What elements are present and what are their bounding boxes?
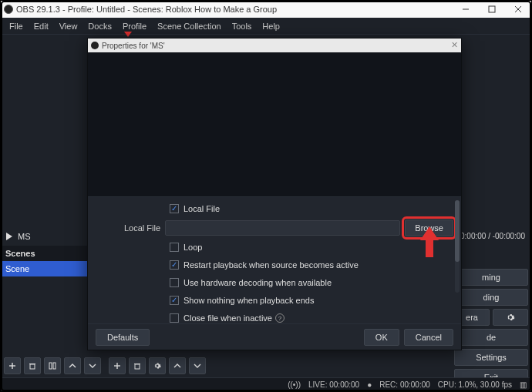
trash-icon: [29, 362, 36, 370]
cancel-button[interactable]: Cancel: [404, 329, 453, 346]
right-btn-settings[interactable]: Settings: [454, 349, 528, 366]
svg-rect-1: [489, 6, 495, 12]
local-file-checkbox-label: Local File: [184, 204, 220, 213]
close-inactive-checkbox[interactable]: Close file when inactive?: [170, 313, 285, 323]
chevron-down-icon: [89, 362, 96, 370]
status-cpu: CPU: 1.0%, 30.00 fps: [438, 380, 512, 389]
trash-icon: [133, 362, 141, 370]
gear-icon: [153, 362, 161, 370]
media-time-label: 00:00:00 / -00:00:00: [456, 232, 525, 240]
ok-button[interactable]: OK: [364, 329, 399, 346]
cancel-label: Cancel: [416, 333, 442, 342]
obs-logo-icon: [91, 42, 99, 49]
dialog-preview-area: [88, 52, 461, 197]
plus-icon: [8, 362, 16, 370]
status-rec: REC: 00:00:00: [379, 380, 430, 389]
right-controls-panel: ming ding era de Settings Exit: [454, 269, 528, 389]
obs-logo-icon: [4, 5, 13, 14]
gear-icon: [506, 313, 515, 322]
show-nothing-checkbox[interactable]: Show nothing when playback ends: [170, 296, 314, 305]
menu-edit[interactable]: Edit: [29, 18, 54, 35]
scene-remove-button[interactable]: [24, 357, 41, 374]
dialog-titlebar: Properties for 'MS' ✕: [88, 39, 461, 52]
dock-layout-icon[interactable]: ▥: [520, 380, 527, 389]
show-nothing-label: Show nothing when playback ends: [184, 296, 314, 305]
source-move-up-button[interactable]: [169, 357, 186, 374]
local-file-input[interactable]: [165, 220, 400, 236]
restart-playback-label: Restart playback when source becomes act…: [184, 260, 359, 270]
defaults-label: Defaults: [107, 333, 138, 342]
browse-button[interactable]: Browse: [405, 219, 453, 236]
menu-tools[interactable]: Tools: [227, 18, 258, 35]
ok-label: OK: [375, 333, 388, 342]
menu-view[interactable]: View: [54, 18, 83, 35]
scrollbar-thumb[interactable]: [455, 200, 460, 262]
local-file-label: Local File: [96, 223, 165, 233]
scene-item[interactable]: Scene: [1, 261, 101, 276]
loop-checkbox[interactable]: Loop: [170, 243, 202, 252]
record-icon: ●: [367, 380, 372, 389]
minimize-button[interactable]: [453, 1, 479, 18]
scene-filter-button[interactable]: [44, 357, 61, 374]
svg-rect-13: [135, 364, 140, 369]
dialog-form: Local File Local File Browse Loop Restar…: [88, 197, 461, 323]
right-btn-streaming[interactable]: ming: [454, 269, 528, 286]
menubar: File Edit View Docks Profile Scene Colle…: [1, 18, 531, 35]
status-live: LIVE: 00:00:00: [308, 380, 359, 389]
filter-icon: [49, 362, 56, 370]
media-source-name: MS: [18, 232, 31, 241]
annotation-caret-icon: [124, 32, 132, 37]
status-bar: ((•)) LIVE: 00:00:00 ● REC: 00:00:00 CPU…: [1, 377, 531, 391]
plus-icon: [113, 362, 121, 370]
properties-dialog: Properties for 'MS' ✕ Local File Local F…: [87, 38, 462, 350]
window-titlebar: OBS 29.1.3 - Profile: Untitled - Scenes:…: [1, 1, 531, 18]
svg-marker-4: [6, 233, 12, 240]
hardware-decoding-checkbox[interactable]: Use hardware decoding when available: [170, 278, 332, 287]
menu-scene-collection[interactable]: Scene Collection: [152, 18, 227, 35]
defaults-button[interactable]: Defaults: [96, 329, 150, 346]
svg-rect-7: [30, 364, 35, 369]
play-icon[interactable]: [5, 233, 13, 240]
source-add-button[interactable]: [109, 357, 126, 374]
source-move-down-button[interactable]: [189, 357, 206, 374]
chevron-up-icon: [173, 362, 181, 370]
right-btn-recording[interactable]: ding: [454, 289, 528, 306]
close-button[interactable]: [505, 1, 531, 18]
bottom-toolbars: [4, 357, 206, 374]
network-icon: ((•)): [288, 380, 301, 389]
menu-docks[interactable]: Docks: [82, 18, 117, 35]
restart-playback-checkbox[interactable]: Restart playback when source becomes act…: [170, 260, 359, 270]
menu-file[interactable]: File: [4, 18, 29, 35]
chevron-up-icon: [69, 362, 76, 370]
window-title: OBS 29.1.3 - Profile: Untitled - Scenes:…: [16, 5, 277, 14]
hardware-decoding-label: Use hardware decoding when available: [184, 278, 332, 287]
right-btn-studio-mode[interactable]: de: [454, 329, 528, 346]
media-controls-row: MS: [1, 227, 101, 246]
menu-profile[interactable]: Profile: [117, 18, 152, 35]
svg-rect-10: [53, 363, 56, 369]
help-icon[interactable]: ?: [275, 313, 285, 323]
dialog-footer: Defaults OK Cancel: [88, 323, 461, 350]
scenes-header: Scenes: [1, 246, 101, 261]
dialog-close-button[interactable]: ✕: [451, 40, 458, 50]
scene-move-down-button[interactable]: [84, 357, 101, 374]
maximize-button[interactable]: [479, 1, 505, 18]
browse-button-label: Browse: [415, 223, 443, 233]
loop-label: Loop: [184, 243, 202, 252]
menu-help[interactable]: Help: [257, 18, 285, 35]
virtual-camera-settings-button[interactable]: [493, 309, 528, 326]
scenes-panel: Scenes Scene: [1, 246, 101, 276]
local-file-checkbox[interactable]: Local File: [170, 204, 220, 213]
dialog-title: Properties for 'MS': [102, 42, 165, 50]
scene-add-button[interactable]: [4, 357, 21, 374]
source-properties-button[interactable]: [149, 357, 166, 374]
scene-move-up-button[interactable]: [64, 357, 81, 374]
dialog-scrollbar[interactable]: [455, 200, 460, 293]
svg-rect-9: [49, 363, 52, 369]
source-remove-button[interactable]: [129, 357, 146, 374]
close-inactive-label: Close file when inactive: [184, 313, 272, 323]
chevron-down-icon: [194, 362, 201, 370]
